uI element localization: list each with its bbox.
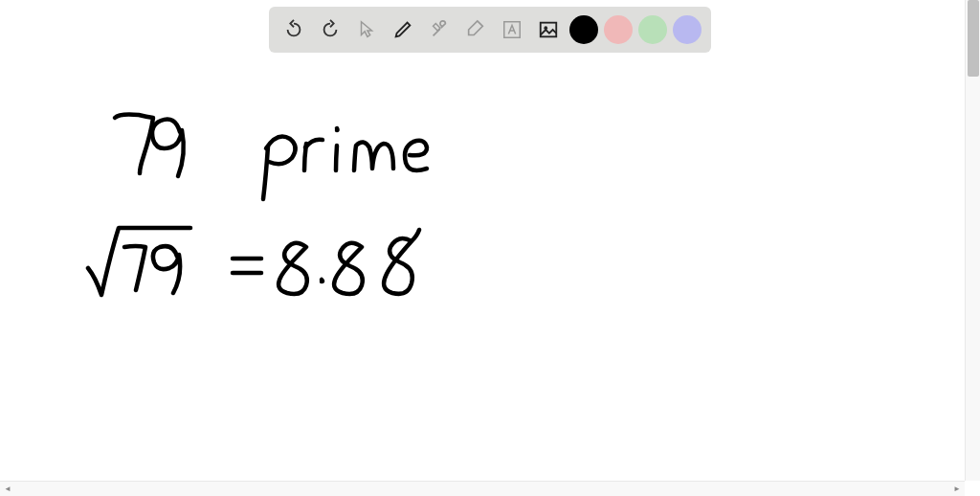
vertical-scrollbar-thumb[interactable]	[968, 0, 979, 77]
scroll-right-icon[interactable]: ►	[953, 485, 961, 493]
color-swatch-black[interactable]	[569, 15, 598, 44]
tools-icon	[429, 19, 450, 40]
color-swatch-pink[interactable]	[604, 15, 633, 44]
text-button[interactable]	[497, 14, 527, 45]
toolbar	[269, 7, 711, 53]
horizontal-scrollbar[interactable]: ◄ ►	[0, 481, 965, 496]
pointer-icon	[356, 19, 377, 40]
image-button[interactable]	[533, 14, 564, 45]
image-icon	[538, 19, 559, 40]
color-swatch-blue[interactable]	[673, 15, 702, 44]
horizontal-scrollbar-thumb[interactable]	[0, 484, 965, 495]
pointer-button[interactable]	[351, 14, 382, 45]
pencil-button[interactable]	[388, 14, 418, 45]
eraser-button[interactable]	[460, 14, 491, 45]
redo-icon	[320, 19, 341, 40]
text-icon	[501, 19, 523, 40]
color-swatch-green[interactable]	[638, 15, 667, 44]
redo-button[interactable]	[315, 14, 345, 45]
undo-button[interactable]	[278, 14, 309, 45]
drawing-canvas[interactable]	[0, 0, 965, 481]
pencil-icon	[392, 19, 413, 40]
tools-button[interactable]	[424, 14, 455, 45]
handwriting-layer	[0, 0, 965, 481]
undo-icon	[283, 19, 304, 40]
vertical-scrollbar[interactable]	[965, 0, 980, 481]
eraser-icon	[465, 19, 486, 40]
